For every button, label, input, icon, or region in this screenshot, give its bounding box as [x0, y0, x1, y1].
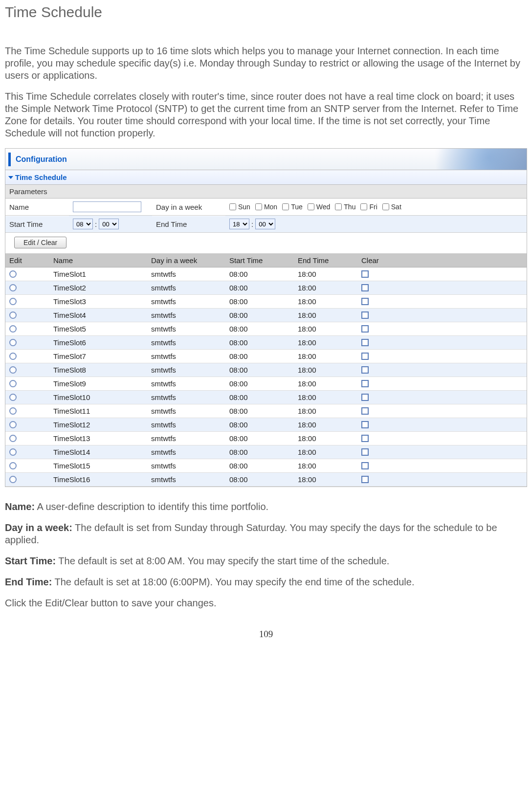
clear-checkbox[interactable]: [361, 311, 369, 319]
day-check-thu[interactable]: Thu: [335, 203, 355, 211]
edit-radio[interactable]: [9, 366, 17, 374]
end-cell: 18:00: [294, 295, 357, 308]
edit-cell: [5, 391, 49, 404]
end-cell: 18:00: [294, 281, 357, 294]
day-cell: smtwtfs: [147, 363, 225, 377]
day-checks-cell: SunMonTueWedThuFriSat: [225, 199, 527, 216]
clear-cell: [357, 267, 527, 281]
edit-cell: [5, 418, 49, 431]
table-row: TimeSlot3smtwtfs08:0018:00: [5, 295, 527, 309]
panel-header-title: Configuration: [16, 155, 67, 164]
clear-checkbox[interactable]: [361, 476, 369, 483]
name-cell: TimeSlot14: [49, 445, 147, 459]
clear-checkbox[interactable]: [361, 366, 369, 374]
day-check-fri[interactable]: Fri: [360, 203, 377, 211]
edit-radio[interactable]: [9, 380, 17, 387]
edit-radio[interactable]: [9, 476, 17, 483]
edit-radio[interactable]: [9, 311, 17, 319]
day-label: Fri: [369, 203, 377, 211]
day-checkbox[interactable]: [382, 203, 389, 210]
name-cell: TimeSlot15: [49, 459, 147, 472]
edit-radio[interactable]: [9, 435, 17, 442]
end-cell: 18:00: [294, 459, 357, 472]
start-cell: 08:00: [225, 336, 294, 349]
clear-checkbox[interactable]: [361, 448, 369, 456]
clear-cell: [357, 336, 527, 349]
day-check-tue[interactable]: Tue: [282, 203, 303, 211]
panel-header: Configuration: [5, 149, 527, 170]
clear-checkbox[interactable]: [361, 270, 369, 278]
day-label: Sat: [391, 203, 401, 211]
day-cell: smtwtfs: [147, 267, 225, 281]
time-colon: :: [95, 220, 97, 228]
clear-checkbox[interactable]: [361, 462, 369, 469]
table-row: TimeSlot1smtwtfs08:0018:00: [5, 267, 527, 281]
edit-cell: [5, 267, 49, 281]
day-checkbox[interactable]: [255, 203, 262, 210]
end-time-cell: 18 : 00: [225, 216, 527, 233]
day-checkbox[interactable]: [282, 203, 289, 210]
name-cell: TimeSlot4: [49, 309, 147, 322]
name-input[interactable]: [73, 201, 141, 212]
edit-radio[interactable]: [9, 298, 17, 305]
day-check-wed[interactable]: Wed: [308, 203, 331, 211]
start-cell: 08:00: [225, 404, 294, 418]
day-label: Tue: [291, 203, 303, 211]
edit-radio[interactable]: [9, 421, 17, 428]
edit-radio[interactable]: [9, 339, 17, 346]
header-decoration-icon: [399, 149, 527, 170]
day-checkbox[interactable]: [360, 203, 367, 210]
day-check-mon[interactable]: Mon: [255, 203, 277, 211]
parameters-header: Parameters: [5, 185, 527, 199]
outro-text: Click the Edit/Clear button to save your…: [5, 598, 216, 608]
edit-radio[interactable]: [9, 325, 17, 333]
col-name: Name: [49, 254, 147, 267]
clear-checkbox[interactable]: [361, 421, 369, 428]
edit-radio[interactable]: [9, 284, 17, 291]
clear-checkbox[interactable]: [361, 435, 369, 442]
start-cell: 08:00: [225, 377, 294, 390]
clear-checkbox[interactable]: [361, 298, 369, 305]
start-time-cell: 08 : 00: [69, 216, 152, 233]
edit-radio[interactable]: [9, 394, 17, 401]
start-hour-select[interactable]: 08: [73, 219, 93, 229]
day-cell: smtwtfs: [147, 377, 225, 390]
start-min-select[interactable]: 00: [99, 219, 119, 229]
name-cell: TimeSlot11: [49, 404, 147, 418]
outro-bold: Name:: [5, 501, 35, 512]
day-label: Thu: [344, 203, 355, 211]
edit-cell: [5, 322, 49, 335]
outro-paragraph: Start Time: The default is set at 8:00 A…: [5, 555, 527, 567]
edit-clear-button[interactable]: Edit / Clear: [14, 237, 66, 248]
end-min-select[interactable]: 00: [255, 219, 275, 229]
edit-radio[interactable]: [9, 270, 17, 278]
outro-bold: End Time:: [5, 577, 52, 587]
day-checkbox[interactable]: [308, 203, 314, 210]
edit-radio[interactable]: [9, 353, 17, 360]
clear-checkbox[interactable]: [361, 284, 369, 291]
edit-radio[interactable]: [9, 407, 17, 415]
clear-checkbox[interactable]: [361, 407, 369, 415]
start-cell: 08:00: [225, 309, 294, 322]
day-check-sun[interactable]: Sun: [229, 203, 250, 211]
clear-checkbox[interactable]: [361, 339, 369, 346]
clear-checkbox[interactable]: [361, 380, 369, 387]
day-cell: smtwtfs: [147, 445, 225, 459]
day-checkbox[interactable]: [335, 203, 342, 210]
clear-checkbox[interactable]: [361, 353, 369, 360]
clear-cell: [357, 350, 527, 363]
start-cell: 08:00: [225, 295, 294, 308]
edit-radio[interactable]: [9, 448, 17, 456]
name-cell: TimeSlot6: [49, 336, 147, 349]
section-title: Time Schedule: [5, 170, 527, 185]
clear-cell: [357, 363, 527, 377]
clear-checkbox[interactable]: [361, 325, 369, 333]
edit-radio[interactable]: [9, 462, 17, 469]
intro-block: The Time Schedule supports up to 16 time…: [5, 45, 527, 139]
edit-cell: [5, 377, 49, 390]
label-name: Name: [5, 199, 69, 216]
end-hour-select[interactable]: 18: [229, 219, 249, 229]
day-check-sat[interactable]: Sat: [382, 203, 401, 211]
day-checkbox[interactable]: [229, 203, 236, 210]
clear-checkbox[interactable]: [361, 394, 369, 401]
